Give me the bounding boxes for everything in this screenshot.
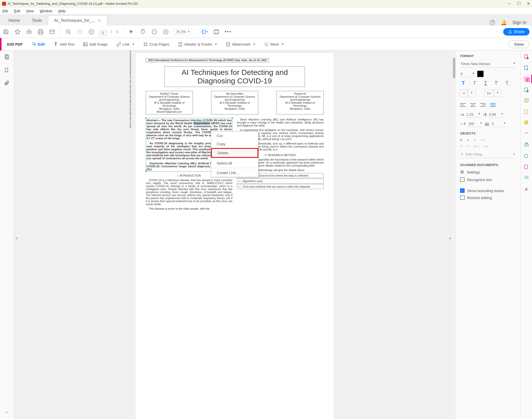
edit-using-select[interactable]: ✎ Edit Using... ▼	[460, 151, 516, 158]
align-center-icon[interactable]	[470, 103, 476, 108]
tab-home[interactable]: Home	[3, 16, 26, 26]
print-rail-icon[interactable]	[524, 142, 529, 148]
star-icon[interactable]	[14, 28, 21, 35]
author-block-3[interactable]: Parkavi A Department of Computer Science…	[277, 91, 324, 114]
page-up-icon[interactable]	[76, 28, 83, 35]
next-page-chevron-icon[interactable]: ▸	[449, 235, 452, 241]
cloud-upload-icon[interactable]	[26, 28, 33, 35]
close-window-button[interactable]: ✕	[527, 1, 530, 6]
optimize-icon[interactable]	[524, 175, 529, 181]
rotate-cw-icon[interactable]: ↷	[467, 144, 470, 148]
paper-title[interactable]: AI Techniques for Detecting and Diagnosi…	[165, 66, 305, 87]
color-swatch[interactable]	[477, 71, 484, 77]
share-button[interactable]: Share	[503, 28, 529, 36]
ctx-create-link[interactable]: Create Link...	[211, 169, 258, 177]
underline-button[interactable]: T	[482, 80, 489, 86]
line-spacing-select[interactable]: 1.15▼	[466, 111, 481, 118]
create-pdf-icon[interactable]: +	[524, 54, 529, 60]
page-down-icon[interactable]	[88, 28, 95, 35]
author-block-1[interactable]: Kshitij C Kume Department of Computer Sc…	[146, 91, 193, 114]
menu-help[interactable]: Help	[58, 9, 66, 13]
tab-document[interactable]: AI_Techniques_for_... ✕	[48, 15, 107, 26]
bookmark-icon[interactable]	[4, 67, 10, 73]
replace-icon[interactable]: ⟲▭	[473, 144, 479, 148]
zoom-out-icon[interactable]	[65, 28, 72, 35]
fit-width-icon[interactable]: ▼	[201, 28, 208, 35]
arrange-icon[interactable]: ▭▾	[480, 138, 485, 142]
comment-tool-icon[interactable]	[524, 87, 529, 93]
scrollbar-thumb[interactable]	[453, 58, 455, 78]
wrench-icon[interactable]	[524, 186, 529, 192]
flip-h-icon[interactable]: ▶	[460, 138, 463, 142]
menu-edit[interactable]: Edit	[14, 9, 20, 13]
superscript-button[interactable]: T¹	[493, 80, 500, 86]
zoom-plus-icon[interactable]	[162, 28, 169, 35]
crop-button[interactable]: Crop Pages	[140, 40, 172, 48]
add-text-button[interactable]: T Add Text	[50, 40, 77, 48]
help-icon[interactable]: ?	[490, 20, 495, 25]
more-button[interactable]: More▼	[261, 40, 287, 48]
italic-button[interactable]: T	[471, 80, 478, 86]
prev-page-chevron-icon[interactable]: ◂	[15, 235, 18, 241]
header-footer-button[interactable]: Header & Footer▼	[175, 40, 220, 48]
more-tools-icon[interactable]: •••	[224, 28, 231, 35]
page-number-input[interactable]	[99, 30, 106, 36]
expand-left-icon[interactable]: ▸	[6, 410, 8, 414]
select-tool-icon[interactable]	[128, 28, 135, 35]
ctx-select-all[interactable]: Select All	[211, 159, 258, 167]
bell-icon[interactable]: 🔔	[501, 20, 507, 26]
subscript-button[interactable]: T₁	[504, 80, 511, 86]
menu-window[interactable]: Window	[40, 9, 52, 13]
compare-icon[interactable]	[524, 164, 529, 170]
maximize-button[interactable]: ☐	[517, 1, 521, 6]
organize-icon[interactable]	[524, 98, 529, 104]
sticky-note-icon[interactable]	[524, 120, 529, 126]
menu-file[interactable]: File	[3, 9, 8, 13]
font-select[interactable]: Times New Roman▼	[460, 60, 516, 68]
zoom-select[interactable]: 75.3%▼	[174, 29, 192, 35]
conference-banner[interactable]: 2022 International Conference for Advanc…	[146, 58, 269, 62]
save-icon[interactable]	[3, 28, 10, 35]
print-icon[interactable]	[37, 28, 44, 35]
link-button[interactable]: Link▼	[113, 40, 138, 48]
bullet-list-button[interactable]: ≡▼	[460, 89, 476, 97]
show-bounding-boxes-checkbox[interactable]: ✓Show bounding boxes	[460, 188, 516, 193]
tab-close-icon[interactable]: ✕	[98, 19, 101, 23]
align-left-icon[interactable]	[460, 103, 466, 108]
thumbnails-icon[interactable]	[4, 54, 10, 60]
settings-button[interactable]: ⚙ Settings	[460, 169, 516, 175]
menu-view[interactable]: View	[26, 9, 34, 13]
para-spacing-select[interactable]: 9.99▼	[489, 111, 504, 118]
close-editbar-button[interactable]: Close	[508, 41, 529, 48]
flip-v-icon[interactable]: ▲	[466, 138, 470, 142]
tab-tools[interactable]: Tools	[26, 16, 48, 26]
ctx-delete[interactable]: Delete	[211, 148, 258, 158]
align-justify-icon[interactable]	[490, 103, 496, 108]
rotate-ccw-icon[interactable]: ↶	[460, 144, 463, 148]
ctx-cut[interactable]: Cut	[211, 131, 258, 140]
edit-button[interactable]: Edit	[28, 40, 48, 48]
mail-icon[interactable]	[49, 28, 56, 35]
export-pdf-icon[interactable]	[524, 65, 529, 71]
selected-text[interactable]: Organization	[193, 122, 210, 125]
hand-tool-icon[interactable]	[139, 28, 146, 35]
crop-tool-icon[interactable]: ✂	[473, 138, 476, 142]
add-image-button[interactable]: Add Image	[80, 40, 111, 48]
signin-link[interactable]: Sign In	[512, 20, 526, 25]
protect-icon[interactable]	[524, 153, 529, 159]
number-list-button[interactable]: 1≡▼	[484, 89, 502, 97]
minimize-button[interactable]: —	[507, 1, 511, 6]
scrollbar[interactable]	[453, 51, 455, 419]
ctx-copy[interactable]: Copy	[211, 140, 258, 148]
recognize-text-checkbox[interactable]: Recognize text	[460, 177, 516, 182]
watermark-button[interactable]: Watermark▼	[223, 40, 258, 48]
fill-sign-icon[interactable]	[524, 109, 529, 115]
charspacing-select[interactable]: 0▼	[491, 121, 506, 127]
author-block-2[interactable]: Sini Anna Alex Department of Computer Sc…	[211, 91, 258, 114]
sign-icon[interactable]	[524, 131, 529, 137]
bold-button[interactable]: T	[460, 80, 467, 86]
edit-pdf-rail-icon[interactable]	[524, 76, 529, 82]
align-obj-icon[interactable]: ▭▾	[483, 144, 488, 148]
restrict-editing-checkbox[interactable]: Restrict editing	[460, 195, 516, 200]
align-right-icon[interactable]	[480, 103, 486, 108]
